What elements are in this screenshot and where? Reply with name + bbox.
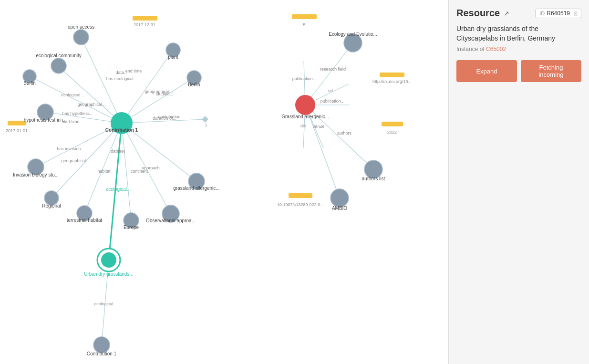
edge-label-1: 1 xyxy=(205,123,207,127)
edge-label-habitat: habitat xyxy=(97,169,111,174)
label-ecological-comm: ecological community xyxy=(36,53,82,58)
edge-label-invasion: has invasion... xyxy=(57,146,84,151)
node-hypothesis[interactable] xyxy=(37,104,53,120)
node-grassland-allergenic2[interactable] xyxy=(188,173,205,189)
label-urban-grasslands: Urban dry grasslands... xyxy=(84,271,133,277)
edge-label-data: data... xyxy=(115,70,127,75)
id-label: ID xyxy=(539,10,545,16)
node-ambio[interactable] xyxy=(331,189,349,207)
node-urban-grasslands-inner xyxy=(101,252,116,268)
sidebar-title: Resource xyxy=(456,8,500,19)
yellow-bar-doi xyxy=(289,193,312,198)
sidebar-header: Resource ↗ ID R640519 ⎘ xyxy=(456,8,581,19)
node-terrestrial[interactable] xyxy=(77,206,92,221)
svg-line-18 xyxy=(305,105,373,169)
svg-marker-15 xyxy=(202,116,208,123)
graph-svg: ecological... studied... has hypothesi..… xyxy=(0,0,439,364)
label-2017-01-01: 2017-01-01 xyxy=(6,128,28,133)
edge-label-dataset: dataset xyxy=(111,149,125,154)
edge-label-continent: continent xyxy=(131,169,148,174)
svg-line-2 xyxy=(122,78,194,123)
node-contribution1-bottom[interactable] xyxy=(93,337,110,353)
edge-label-approach: approach xyxy=(142,166,160,170)
yellow-bar-date xyxy=(133,16,157,21)
svg-line-17 xyxy=(305,105,340,198)
edge-label-ecological-teal: ecological... xyxy=(106,187,131,192)
edge-label-url: url xyxy=(328,88,333,93)
node-berlin-right[interactable] xyxy=(187,71,201,85)
label-5: 5 xyxy=(303,22,305,27)
id-value: R640519 xyxy=(547,10,570,17)
label-2017-12-31: 2017-12-31 xyxy=(134,22,155,27)
node-invasion-biology[interactable] xyxy=(28,159,44,175)
graph-area[interactable]: ecological... studied... has hypothesi..… xyxy=(0,0,439,364)
edge-label-duration: duration of... xyxy=(153,116,176,121)
id-badge: ID R640519 ⎘ xyxy=(535,9,581,18)
edge-label-publication-right: publication... xyxy=(320,99,345,104)
svg-line-16 xyxy=(305,43,353,105)
label-open-access: open access xyxy=(68,24,94,30)
node-ecology-evolution[interactable] xyxy=(344,34,362,52)
node-contribution1-center[interactable] xyxy=(111,113,132,134)
svg-line-10 xyxy=(84,123,122,213)
svg-line-5 xyxy=(59,67,122,123)
svg-line-13 xyxy=(122,123,196,181)
yellow-bar-url xyxy=(380,73,404,77)
edge-label-geographical3: geographical... xyxy=(145,89,173,94)
edge-label-start-time: start time xyxy=(62,119,79,124)
edge-label-ecological-center: has ecological... xyxy=(106,76,137,81)
node-observational[interactable] xyxy=(162,205,179,222)
instance-of-label: Instance of xyxy=(456,46,485,52)
expand-button[interactable]: Expand xyxy=(456,60,517,82)
node-regional[interactable] xyxy=(44,191,59,205)
instance-of: Instance of C65002 xyxy=(456,46,581,52)
fetching-button[interactable]: Fetching incoming xyxy=(521,60,581,82)
svg-line-14 xyxy=(122,119,205,123)
node-plant[interactable] xyxy=(166,43,180,57)
yellow-bar-2022 xyxy=(382,122,403,126)
edge-label-authors: authors xyxy=(337,131,352,135)
node-europe[interactable] xyxy=(124,213,139,228)
label-doi: 10.1007/s13280-022-0... xyxy=(277,202,324,207)
sidebar: Resource ↗ ID R640519 ⎘ Urban dry grassl… xyxy=(448,0,589,364)
node-berlin-left[interactable] xyxy=(23,70,36,83)
copy-icon[interactable]: ⎘ xyxy=(574,10,577,17)
yellow-bar-5 xyxy=(292,14,317,19)
edge-label-contribution: contribution xyxy=(158,114,181,119)
resource-title: Urban dry grasslands of the Cityscapelab… xyxy=(456,24,581,43)
svg-line-3 xyxy=(122,50,173,123)
edge-label-geographical2: geographical... xyxy=(61,158,89,163)
yellow-bar-date2 xyxy=(8,121,26,125)
external-link-icon[interactable]: ↗ xyxy=(504,10,509,17)
node-open-access[interactable] xyxy=(73,30,89,45)
node-grassland-allergenic[interactable] xyxy=(296,95,315,114)
instance-of-link[interactable]: C65002 xyxy=(486,46,506,52)
label-2022: 2022 xyxy=(387,130,397,135)
svg-line-8 xyxy=(36,123,122,167)
edge-label-doi: doi xyxy=(300,124,306,128)
label-url: http://dx.doi.org/10... xyxy=(372,79,412,84)
svg-line-4 xyxy=(81,37,122,123)
edge-label-ecological2: ecological... xyxy=(61,93,84,97)
node-ecological-comm[interactable] xyxy=(51,58,66,73)
action-buttons: Expand Fetching incoming xyxy=(456,60,581,82)
svg-line-7 xyxy=(45,112,122,123)
node-authors-list[interactable] xyxy=(364,160,382,178)
edge-label-end-time: end time xyxy=(125,69,142,73)
